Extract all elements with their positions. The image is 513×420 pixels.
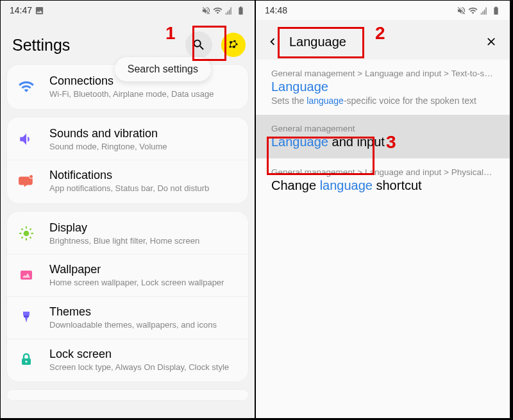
result-sub: Sets the language-specific voice for the… <box>271 96 494 106</box>
list-item[interactable]: Lock screen Screen lock type, Always On … <box>7 339 248 381</box>
status-bar: 14:48 <box>256 1 510 20</box>
themes-icon <box>17 308 35 326</box>
close-icon <box>485 35 498 48</box>
svg-point-6 <box>29 175 33 178</box>
svg-line-14 <box>29 228 31 230</box>
search-result[interactable]: General management > Language and input … <box>256 158 510 202</box>
mute-icon <box>201 6 211 15</box>
row-sub: Sound mode, Ringtone, Volume <box>49 142 238 152</box>
svg-point-19 <box>25 360 27 362</box>
signal-icon <box>480 6 489 15</box>
signal-icon <box>224 6 234 15</box>
row-sub: App notifications, Status bar, Do not di… <box>49 183 238 194</box>
row-title: Sounds and vibration <box>49 127 238 140</box>
search-button[interactable] <box>185 31 212 58</box>
notification-icon <box>17 172 35 190</box>
result-path: General management > Language and input … <box>271 167 494 177</box>
card-display: Display Brightness, Blue light filter, H… <box>7 212 248 382</box>
page-title: Settings <box>12 36 180 55</box>
lock-icon <box>17 351 35 369</box>
search-tooltip: Search settings <box>115 57 211 81</box>
svg-rect-16 <box>21 271 32 280</box>
svg-line-13 <box>29 237 31 238</box>
battery-icon <box>491 6 501 15</box>
clear-button[interactable] <box>482 32 501 51</box>
row-sub: Home screen wallpaper, Lock screen wallp… <box>49 278 238 288</box>
search-results: General management > Language and input … <box>256 60 510 202</box>
row-sub: Brightness, Blue light filter, Home scre… <box>49 236 238 246</box>
sound-icon <box>17 130 35 148</box>
result-title: Change language shortcut <box>271 178 494 193</box>
row-title: Display <box>49 221 238 235</box>
result-path: General management > Language and input … <box>271 69 494 78</box>
wallpaper-icon <box>17 267 35 285</box>
svg-line-15 <box>21 237 22 238</box>
result-title: Language and input <box>271 135 494 149</box>
display-icon <box>17 224 35 242</box>
row-title: Themes <box>49 305 238 319</box>
profile-icon <box>226 37 241 53</box>
list-item[interactable]: Display Brightness, Blue light filter, H… <box>7 213 248 255</box>
search-icon <box>192 38 206 52</box>
settings-list: Connections Wi-Fi, Bluetooth, Airplane m… <box>1 65 255 411</box>
image-notif-icon <box>35 6 44 15</box>
list-item[interactable]: Notifications App notifications, Status … <box>7 160 248 202</box>
status-icons <box>201 6 246 15</box>
wifi-icon <box>17 78 35 96</box>
svg-line-12 <box>21 228 22 230</box>
wifi-status-icon <box>468 6 478 15</box>
back-button[interactable] <box>262 31 283 52</box>
row-title: Lock screen <box>49 348 238 361</box>
status-time: 14:48 <box>265 5 287 15</box>
wifi-status-icon <box>213 6 223 15</box>
status-icons <box>457 6 501 15</box>
search-result[interactable]: General management Language and input <box>256 115 510 158</box>
status-bar: 14:47 <box>1 1 255 20</box>
card-sounds-notif: Sounds and vibration Sound mode, Rington… <box>7 117 248 203</box>
battery-icon <box>236 6 246 15</box>
row-sub: Wi-Fi, Bluetooth, Airplane mode, Data us… <box>49 89 238 99</box>
search-result[interactable]: General management > Language and input … <box>256 60 510 115</box>
chevron-left-icon <box>265 35 280 49</box>
status-time: 14:47 <box>10 5 32 15</box>
settings-header: Settings Search settings <box>1 20 255 65</box>
result-title: Language <box>271 80 494 94</box>
search-header: Language <box>256 20 510 60</box>
card-cut <box>7 390 248 400</box>
result-path: General management <box>271 124 494 133</box>
list-item[interactable]: Wallpaper Home screen wallpaper, Lock sc… <box>7 254 248 296</box>
list-item[interactable]: Sounds and vibration Sound mode, Rington… <box>7 119 248 160</box>
row-title: Wallpaper <box>49 263 238 276</box>
row-title: Notifications <box>49 169 238 182</box>
mute-icon <box>457 6 466 15</box>
list-item[interactable]: Themes Downloadable themes, wallpapers, … <box>7 296 248 339</box>
svg-rect-17 <box>24 315 29 317</box>
row-sub: Screen lock type, Always On Display, Clo… <box>49 362 238 373</box>
row-sub: Downloadable themes, wallpapers, and ico… <box>49 320 238 330</box>
phone-settings: 14:47 Settings Search settings <box>0 0 255 419</box>
search-input[interactable]: Language <box>285 35 479 49</box>
profile-button[interactable] <box>221 33 246 57</box>
svg-point-7 <box>24 231 29 237</box>
phone-search: 14:48 Language General management > Lang… <box>255 0 510 419</box>
